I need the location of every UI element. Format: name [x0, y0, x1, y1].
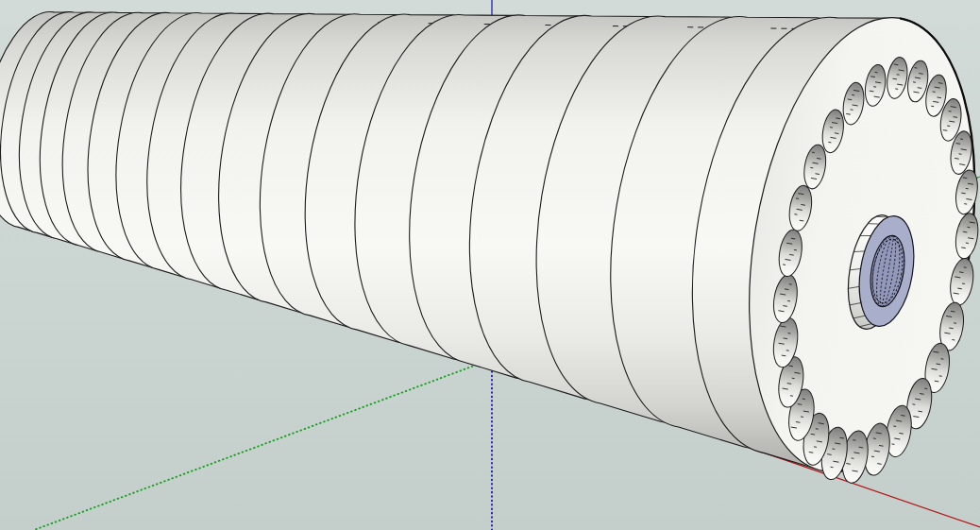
viewport [0, 0, 980, 530]
viewport-canvas[interactable] [0, 0, 980, 530]
